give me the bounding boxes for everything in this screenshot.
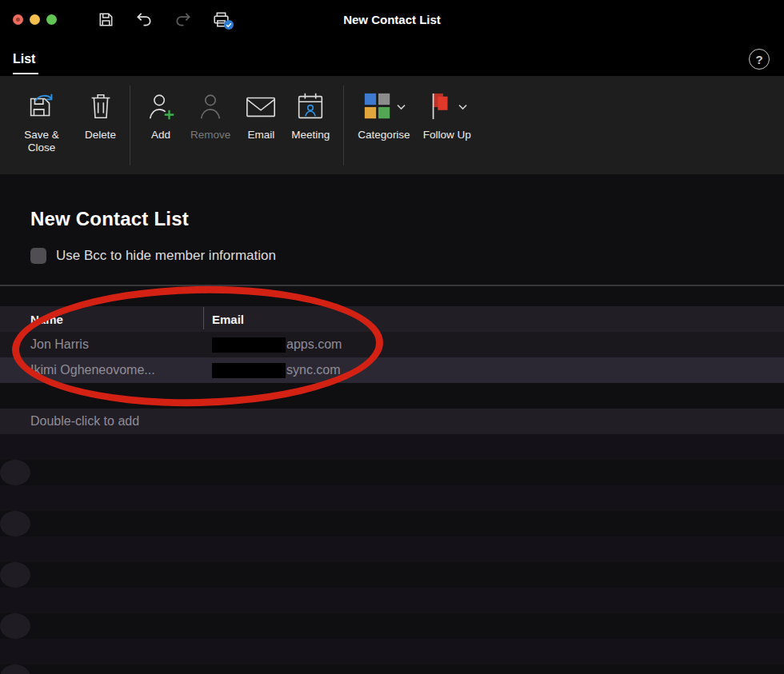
ribbon-tab-row: List ? (0, 38, 784, 76)
remove-label: Remove (190, 129, 230, 142)
add-member-row[interactable]: Double-click to add (0, 409, 784, 434)
save-close-icon (25, 86, 58, 127)
ribbon-separator (130, 86, 130, 166)
tab-list[interactable]: List (13, 52, 38, 74)
redaction-box (212, 363, 286, 378)
table-header-row: Name Email (0, 306, 784, 332)
table-row-empty[interactable] (0, 460, 30, 485)
meeting-label: Meeting (291, 129, 330, 142)
bcc-checkbox[interactable] (30, 248, 46, 264)
member-email: sync.com (212, 363, 784, 378)
member-email-visible: apps.com (286, 337, 342, 352)
person-remove-icon (194, 86, 227, 127)
email-button[interactable]: Email (237, 84, 285, 143)
categories-icon (362, 78, 393, 134)
meeting-button[interactable]: Meeting (285, 84, 336, 143)
ribbon-toolbar: Save & Close Delete Add (0, 76, 784, 174)
titlebar: New Contact List (0, 0, 784, 38)
print-icon[interactable] (210, 9, 231, 30)
table-row[interactable]: Jon Harris apps.com (0, 332, 784, 357)
table-row-empty[interactable] (0, 613, 30, 639)
remove-member-button[interactable]: Remove (184, 84, 237, 143)
zoom-button[interactable] (46, 14, 57, 25)
bcc-checkbox-label: Use Bcc to hide member information (56, 248, 276, 264)
flag-icon (427, 78, 454, 135)
table-row-empty[interactable] (0, 639, 784, 664)
trash-icon (86, 86, 116, 127)
table-row-empty[interactable] (0, 383, 784, 409)
contact-list-form: New Contact List Use Bcc to hide member … (0, 174, 784, 674)
table-row[interactable]: Ikimi Ogheneovome... sync.com (0, 357, 784, 383)
column-header-email[interactable]: Email (212, 313, 784, 326)
close-button[interactable] (13, 14, 23, 25)
member-name: Ikimi Ogheneovome... (30, 363, 212, 377)
column-header-name[interactable]: Name (30, 313, 212, 326)
table-row-empty[interactable] (0, 536, 784, 562)
minimize-button[interactable] (30, 14, 40, 25)
bcc-option-row: Use Bcc to hide member information (30, 248, 784, 264)
table-row-empty[interactable] (0, 664, 30, 674)
undo-icon[interactable] (134, 9, 154, 30)
redo-icon[interactable] (172, 9, 193, 30)
follow-up-button[interactable]: Follow Up (417, 84, 478, 143)
section-divider (0, 285, 784, 286)
chevron-down-icon (397, 91, 406, 123)
follow-up-label: Follow Up (423, 129, 471, 142)
add-member-button[interactable]: Add (138, 84, 184, 143)
save-icon[interactable] (95, 9, 116, 30)
table-row-empty[interactable] (0, 588, 784, 613)
member-name: Jon Harris (30, 337, 212, 352)
table-row-empty[interactable] (0, 485, 784, 511)
add-label: Add (151, 129, 170, 142)
delete-label: Delete (85, 129, 116, 142)
delete-button[interactable]: Delete (78, 84, 122, 143)
member-email-visible: sync.com (286, 363, 341, 377)
table-row-empty[interactable] (0, 562, 30, 588)
help-icon[interactable]: ? (749, 49, 770, 70)
envelope-icon (243, 86, 278, 127)
chevron-down-icon (458, 91, 467, 123)
quick-access-toolbar (95, 9, 231, 30)
table-row-empty[interactable] (0, 511, 30, 536)
member-email: apps.com (212, 337, 784, 353)
ribbon-separator (343, 86, 344, 166)
categorise-button[interactable]: Categorise (351, 84, 416, 143)
contact-list-window: New Contact List List ? Save & Close (0, 0, 784, 674)
members-table: Name Email Jon Harris apps.com Ikimi Ogh… (0, 306, 784, 674)
page-title: New Contact List (0, 174, 784, 230)
email-label: Email (247, 129, 274, 142)
traffic-lights (13, 14, 57, 25)
person-add-icon (144, 86, 178, 127)
redaction-box (212, 337, 286, 353)
add-member-placeholder: Double-click to add (30, 414, 139, 429)
save-and-close-button[interactable]: Save & Close (5, 84, 78, 156)
categorise-label: Categorise (358, 129, 410, 142)
calendar-meeting-icon (294, 86, 327, 127)
save-and-close-label: Save & Close (11, 129, 72, 154)
table-row-empty[interactable] (0, 434, 784, 460)
